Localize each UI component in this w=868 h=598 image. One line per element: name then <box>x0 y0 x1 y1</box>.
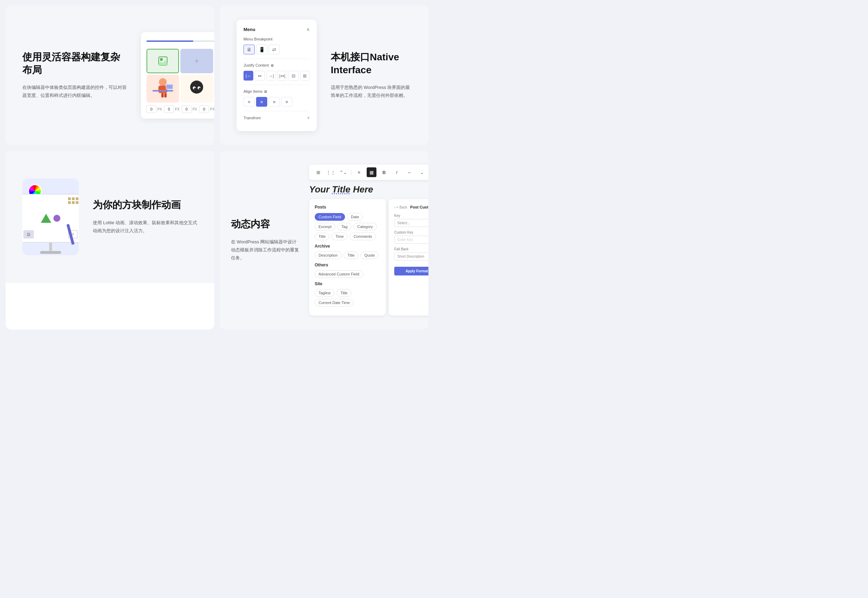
panel-mockup: Menu ∧ Menu Breakpoint 🖥 📱 ⇄ Justify Con… <box>236 19 317 131</box>
monitor-dots <box>68 197 78 204</box>
toolbar-btn-bold[interactable]: B <box>379 167 389 177</box>
toolbar-btn-link[interactable]: ↔ <box>404 167 414 177</box>
fallback-section: Fall Back Short Description <box>394 247 428 260</box>
toolbar-btn-align[interactable]: ≡ <box>354 167 364 177</box>
top-left-card: 使用灵活容器构建复杂布局 在块编辑器中体验类似页面构建器的控件，可以对容器宽度、… <box>6 6 214 145</box>
dynamic-mockup: ⊞ ⋮⋮ ⌃⌄ ≡ ▦ B I ↔ ⌄ ⋯ Your Title Here <box>309 164 428 315</box>
toolbar-btn-arrows[interactable]: ⌃⌄ <box>338 167 348 177</box>
transform-row: Transfrom ∨ <box>244 115 310 120</box>
grid-cell-1[interactable] <box>147 49 179 73</box>
panel-title: Menu <box>244 27 255 32</box>
side-panel-header: ‹ < Back Post Custom Field × <box>394 205 428 209</box>
spacing-num-0[interactable]: 0 <box>147 105 156 113</box>
site-tag-tagline[interactable]: Tagline <box>315 289 335 297</box>
tag-comments[interactable]: Comments <box>350 233 376 240</box>
apply-row: Apply Format 🗑 <box>394 264 428 276</box>
justify-end-btn[interactable]: →| <box>266 71 276 81</box>
monitor-small-icon-2: 🖥 <box>264 90 267 93</box>
tag-category[interactable]: Category <box>353 223 377 230</box>
svg-rect-4 <box>161 93 164 98</box>
others-label: Others <box>315 263 380 268</box>
site-tags: Tagline Title Current Date Time <box>315 289 380 306</box>
panel-separator-3 <box>244 111 310 111</box>
title-display: Your Title Here <box>309 183 428 196</box>
spacing-num-1[interactable]: 0 <box>164 105 174 113</box>
key-field-section: Key Select... ∨ <box>394 214 428 227</box>
transform-label: Transfrom <box>244 116 261 120</box>
svg-rect-8 <box>166 85 173 89</box>
editor-toolbar: ⊞ ⋮⋮ ⌃⌄ ≡ ▦ B I ↔ ⌄ ⋯ <box>309 164 428 180</box>
toolbar-btn-italic[interactable]: I <box>392 167 401 177</box>
top-left-image: 0 + <box>141 32 214 118</box>
site-tag-date[interactable]: Current Date Time <box>315 299 354 306</box>
toolbar-btn-grid[interactable]: ⊞ <box>313 167 323 177</box>
bottom-right-text: 动态内容 在 WordPress 网站编辑器中设计动态模板并消除工作流程中的重复… <box>231 218 301 262</box>
tag-excerpt[interactable]: Excerpt <box>315 223 335 230</box>
grid-cell-4 <box>147 75 179 103</box>
back-button[interactable]: ‹ < Back <box>394 205 407 209</box>
breakpoint-monitor-btn[interactable]: 🖥 <box>244 45 255 54</box>
breakpoint-phone-btn[interactable]: 📱 <box>256 45 267 54</box>
top-right-text: 本机接口Native Interface 适用于您熟悉的 WordPress 块… <box>331 19 412 131</box>
spacing-2: 0 PX <box>182 105 197 113</box>
tag-title[interactable]: Title <box>315 233 329 240</box>
justify-stretch-btn[interactable]: ⊞ <box>300 71 310 81</box>
top-left-desc: 在块编辑器中体验类似页面构建器的控件，可以对容器宽度、位置和样式进行内联编辑。 <box>22 83 127 100</box>
svg-rect-5 <box>164 93 167 98</box>
tag-time[interactable]: Time <box>331 233 347 240</box>
animation-illustration: 🖼 ✕ <box>22 178 79 255</box>
justify-content-row: Justify Content 🖥 <box>244 63 310 67</box>
svg-point-11 <box>198 83 201 87</box>
top-left-title: 使用灵活容器构建复杂布局 <box>22 51 127 76</box>
apply-format-button[interactable]: Apply Format <box>394 267 428 275</box>
grid-cell-2[interactable]: + <box>180 49 213 73</box>
spacing-unit-1: PX <box>175 108 179 111</box>
svg-rect-6 <box>153 90 173 91</box>
spacing-num-3[interactable]: 0 <box>199 105 209 113</box>
grid-cells: + + <box>147 49 214 103</box>
justify-content-btns: |← ⇔ →| |⇔| ⊟ ⊞ <box>244 71 310 81</box>
justify-start-btn[interactable]: |← <box>244 71 253 81</box>
archive-tag-quote[interactable]: Quote <box>361 251 379 259</box>
toolbar-btn-dots[interactable]: ⋮⋮ <box>326 167 335 177</box>
tag-custom-field[interactable]: Custom Field <box>315 213 345 221</box>
panel-chevron-icon[interactable]: ∧ <box>306 27 310 32</box>
archive-tag-title[interactable]: Title <box>344 251 358 259</box>
fallback-label: Fall Back <box>394 247 428 251</box>
key-select[interactable]: Select... ∨ <box>394 219 428 227</box>
align-center-btn[interactable]: ≡ <box>256 97 267 107</box>
justify-space-around-btn[interactable]: ⊟ <box>289 71 298 81</box>
spacing-num-2[interactable]: 0 <box>182 105 192 113</box>
align-items-btns: ≡ ≡ ≡ ≡ <box>244 97 310 107</box>
panel-header: Menu ∧ <box>244 27 310 32</box>
toolbar-div-1 <box>351 169 351 175</box>
custom-key-input[interactable]: Enter Key <box>394 236 428 244</box>
justify-center-btn[interactable]: ⇔ <box>255 71 265 81</box>
grid-cell-5 <box>180 75 213 103</box>
fallback-input[interactable]: Short Description <box>394 253 428 260</box>
spacing-controls: 0 PX 0 PX 0 PX 0 PX <box>147 105 214 113</box>
align-bottom-btn[interactable]: ≡ <box>269 97 280 107</box>
tag-tag[interactable]: Tag <box>337 223 351 230</box>
bottom-right-title: 动态内容 <box>231 218 301 230</box>
align-top-btn[interactable]: ≡ <box>244 97 255 107</box>
archive-tags: Description Title Quote <box>315 251 380 259</box>
transform-chevron-icon[interactable]: ∨ <box>307 115 310 120</box>
slider-track[interactable] <box>147 40 214 42</box>
toolbar-btn-dropdown[interactable]: ⌄ <box>417 167 427 177</box>
archive-tag-description[interactable]: Description <box>315 251 341 259</box>
site-tag-title[interactable]: Title <box>337 289 351 297</box>
breakpoint-sliders-btn[interactable]: ⇄ <box>269 45 280 54</box>
top-right-card: Menu ∧ Menu Breakpoint 🖥 📱 ⇄ Justify Con… <box>220 6 428 145</box>
justify-space-between-btn[interactable]: |⇔| <box>277 71 287 81</box>
bottom-left-text: 为你的方块制作动画 使用 Lottie 动画、滚动效果、鼠标效果和其他交互式动画… <box>93 199 198 235</box>
others-tag-acf[interactable]: Advanced Custom Field <box>315 270 363 278</box>
monitor-small-icon: 🖥 <box>270 63 274 67</box>
monitor-container: 🖼 ✕ <box>22 194 79 254</box>
align-stretch-btn[interactable]: ≡ <box>281 97 292 107</box>
menu-breakpoint-row: Menu Breakpoint <box>244 37 310 41</box>
slider-row: 0 <box>147 38 214 45</box>
justify-content-label: Justify Content 🖥 <box>244 63 274 67</box>
tag-date[interactable]: Date <box>347 213 363 221</box>
toolbar-btn-heading[interactable]: ▦ <box>367 167 376 177</box>
